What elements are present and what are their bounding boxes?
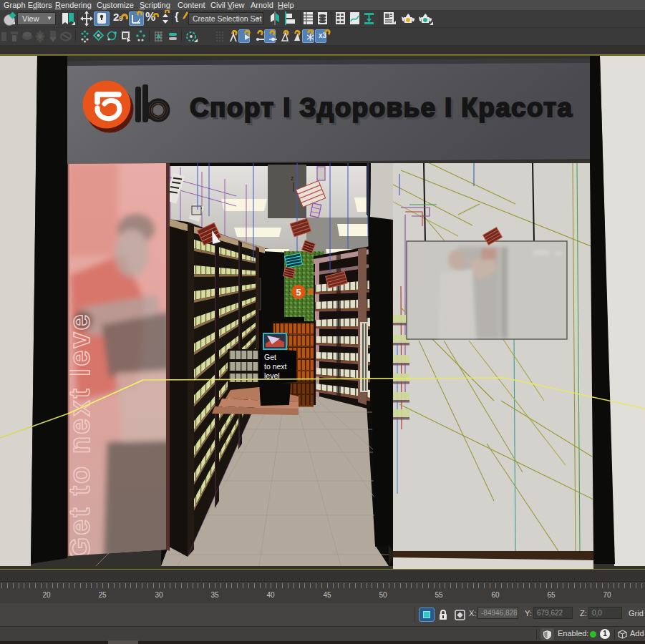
svg-text:to next: to next <box>264 362 287 371</box>
svg-text:Спорт I Здоровье I Красота: Спорт I Здоровье I Красота <box>190 93 572 122</box>
svg-text:Get: Get <box>264 353 276 361</box>
svg-text:z: z <box>291 175 294 182</box>
svg-text:5: 5 <box>296 287 301 298</box>
